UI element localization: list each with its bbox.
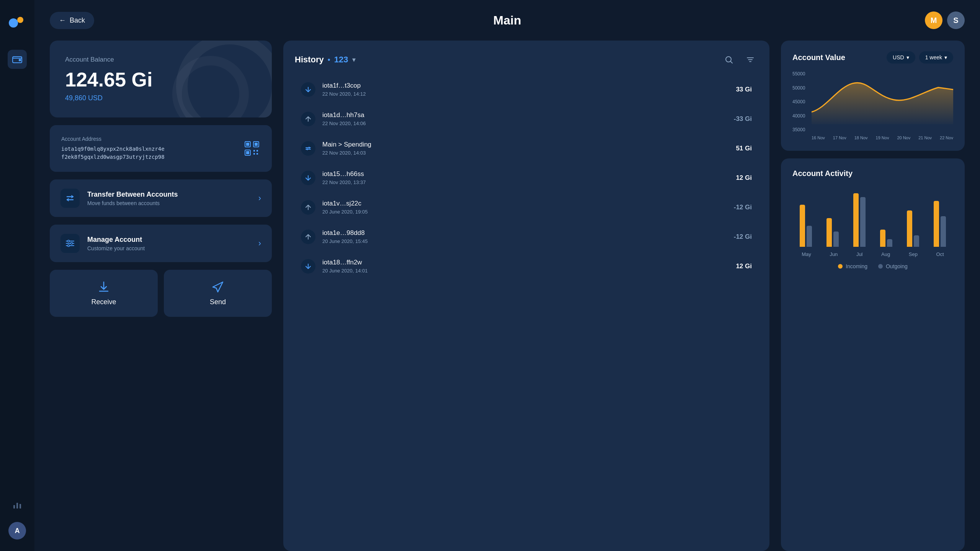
tx-amount: 12 Gi — [736, 262, 752, 270]
bar-labels: MayJunJulAugSepOct — [792, 251, 953, 257]
tx-amount: 33 Gi — [736, 86, 752, 93]
currency-chevron-icon: ▾ — [906, 54, 909, 60]
transaction-item[interactable]: iota15…h66ss 22 Nov 2020, 13:37 12 Gi — [295, 163, 758, 192]
svg-rect-6 — [20, 504, 21, 509]
tx-date: 22 Nov 2020, 14:06 — [322, 121, 734, 126]
svg-point-20 — [68, 240, 70, 242]
tx-direction-icon — [301, 259, 315, 274]
sidebar-item-wallet[interactable] — [8, 50, 27, 69]
sidebar-user-avatar[interactable]: A — [8, 522, 26, 540]
incoming-bar — [880, 230, 885, 247]
currency-select[interactable]: USD ▾ — [887, 51, 915, 64]
bar-month-label: May — [802, 251, 811, 257]
send-button[interactable]: Send — [164, 270, 272, 317]
tx-info: Main > Spending 22 Nov 2020, 14:03 — [322, 141, 736, 156]
chart-y-labels: 55000 50000 45000 40000 35000 — [792, 71, 805, 132]
back-button[interactable]: ← Back — [50, 12, 94, 29]
tx-direction-icon — [301, 171, 315, 185]
columns: Account Balance 124.65 Gi 49,860 USD Acc… — [50, 41, 965, 551]
tx-amount: -12 Gi — [734, 233, 752, 241]
svg-point-21 — [71, 243, 73, 245]
svg-rect-8 — [246, 143, 249, 146]
sidebar-item-stats[interactable] — [8, 495, 27, 514]
transfer-chevron-icon: › — [258, 193, 261, 203]
s-avatar[interactable]: S — [947, 11, 965, 29]
bar-group — [873, 230, 900, 247]
account-value-card: Account Value USD ▾ 1 week ▾ — [781, 41, 965, 151]
send-icon — [211, 280, 224, 293]
bar-month-label: Aug — [881, 251, 890, 257]
outgoing-bar — [833, 231, 839, 247]
manage-chevron-icon: › — [258, 238, 261, 248]
bar-month-label: Jun — [830, 251, 838, 257]
history-dropdown-icon[interactable]: ▾ — [352, 55, 356, 64]
logo[interactable] — [6, 11, 29, 34]
manage-subtitle: Customize your account — [87, 245, 258, 251]
bar-group — [819, 218, 846, 247]
account-activity-card: Account Activity MayJunJulAugSepOct — [781, 158, 965, 551]
receive-icon — [97, 280, 110, 293]
period-chevron-icon: ▾ — [944, 54, 947, 60]
transaction-item[interactable]: iota18…ffn2w 20 June 2020, 14:01 12 Gi — [295, 252, 758, 280]
address-value: iota1q9f0mlq8yxpx2nck8a0slxnzr4e f2ek8f5… — [61, 145, 165, 161]
outgoing-bar — [914, 235, 919, 247]
qr-icon[interactable] — [243, 140, 260, 157]
m-avatar[interactable]: M — [925, 11, 942, 29]
address-card: Account Address iota1q9f0mlq8yxpx2nck8a0… — [50, 125, 272, 172]
legend: Incoming Outgoing — [792, 263, 953, 269]
receive-button[interactable]: Receive — [50, 270, 158, 317]
tx-date: 22 Nov 2020, 14:12 — [322, 91, 736, 97]
activity-title: Account Activity — [792, 169, 953, 178]
tx-date: 22 Nov 2020, 14:03 — [322, 150, 736, 156]
history-dot: • — [328, 55, 330, 64]
transaction-item[interactable]: iota1f…t3cop 22 Nov 2020, 14:12 33 Gi — [295, 75, 758, 104]
svg-rect-12 — [246, 151, 249, 154]
chart-title: Account Value — [792, 53, 845, 62]
page-title: Main — [493, 13, 521, 28]
outgoing-bar — [807, 226, 812, 247]
transfer-subtitle: Move funds between accounts — [87, 200, 258, 206]
bottom-actions: Receive Send — [50, 270, 272, 317]
svg-rect-3 — [19, 59, 21, 61]
manage-text: Manage Account Customize your account — [87, 236, 258, 251]
transaction-item[interactable]: iota1v…sj22c 20 June 2020, 19:05 -12 Gi — [295, 193, 758, 222]
main-content: ← Back Main M S Account Balance 124.65 G… — [34, 0, 980, 551]
transaction-item[interactable]: iota1e…98dd8 20 June 2020, 15:45 -12 Gi — [295, 222, 758, 251]
balance-usd: 49,860 USD — [65, 94, 256, 102]
balance-card: Account Balance 124.65 Gi 49,860 USD — [50, 41, 272, 117]
search-icon[interactable] — [721, 52, 737, 67]
chart-x-labels: 16 Nov 17 Nov 18 Nov 19 Nov 20 Nov 21 No… — [812, 135, 953, 140]
svg-point-22 — [68, 245, 70, 247]
transaction-item[interactable]: iota1d…hh7sa 22 Nov 2020, 14:06 -33 Gi — [295, 104, 758, 133]
transfer-icon-wrap — [60, 189, 80, 208]
manage-action-card[interactable]: Manage Account Customize your account › — [50, 225, 272, 262]
transfer-title: Transfer Between Accounts — [87, 191, 258, 199]
bar-group — [846, 193, 873, 247]
bar-month-label: Sep — [909, 251, 918, 257]
tx-name: Main > Spending — [322, 141, 736, 148]
svg-rect-15 — [253, 153, 255, 155]
tx-date: 22 Nov 2020, 13:37 — [322, 179, 736, 185]
tx-name: iota1v…sj22c — [322, 200, 734, 207]
balance-label: Account Balance — [65, 56, 256, 64]
legend-incoming: Incoming — [838, 263, 867, 269]
tx-info: iota1d…hh7sa 22 Nov 2020, 14:06 — [322, 111, 734, 126]
tx-info: iota15…h66ss 22 Nov 2020, 13:37 — [322, 170, 736, 185]
sidebar: A — [0, 0, 34, 551]
bar-group — [792, 205, 819, 247]
tx-amount: 12 Gi — [736, 174, 752, 182]
transaction-item[interactable]: Main > Spending 22 Nov 2020, 14:03 51 Gi — [295, 134, 758, 163]
tx-direction-icon — [301, 82, 315, 97]
period-select[interactable]: 1 week ▾ — [919, 51, 953, 64]
incoming-bar — [907, 210, 912, 247]
tx-info: iota18…ffn2w 20 June 2020, 14:01 — [322, 259, 736, 274]
tx-name: iota15…h66ss — [322, 170, 736, 178]
bar-month-label: Oct — [936, 251, 944, 257]
history-count: 123 — [334, 55, 348, 65]
bar-group — [926, 201, 953, 247]
filter-icon[interactable] — [743, 52, 758, 67]
transfer-action-card[interactable]: Transfer Between Accounts Move funds bet… — [50, 179, 272, 217]
tx-direction-icon — [301, 200, 315, 215]
transaction-list: iota1f…t3cop 22 Nov 2020, 14:12 33 Gi io… — [295, 75, 758, 540]
tx-amount: -12 Gi — [734, 204, 752, 211]
